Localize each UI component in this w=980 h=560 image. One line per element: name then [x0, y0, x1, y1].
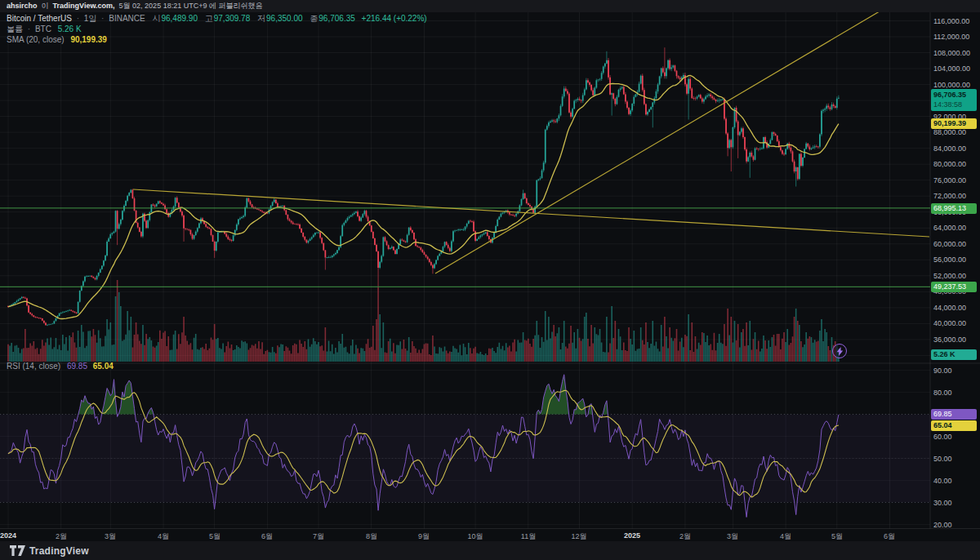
- price-axis-label: 76,000.00: [933, 176, 966, 184]
- price-axis-label: 44,000.00: [933, 304, 966, 312]
- time-axis-label[interactable]: 2024: [0, 531, 16, 540]
- price-axis-label: 72,000.00: [933, 192, 966, 200]
- publish-timestamp: 5월 02, 2025 18:21 UTC+9 에 퍼블리쉬했음: [119, 2, 263, 10]
- boost-lightning-icon[interactable]: [832, 344, 847, 358]
- volume-value: 5.26 K: [58, 24, 82, 33]
- price-axis-label: 116,000.00: [933, 17, 969, 25]
- price-axis-label: 104,000.00: [933, 64, 970, 73]
- tradingview-link[interactable]: TradingView.com,: [53, 2, 115, 10]
- rsi-legend[interactable]: RSI (14, close) 69.85 65.04: [7, 362, 114, 372]
- price-axis-label: 40,000.00: [933, 319, 966, 327]
- sma-price-badge[interactable]: 90,199.39: [931, 118, 977, 129]
- price-axis-label: 64,000.00: [933, 224, 966, 232]
- upper-level-badge[interactable]: 68,995.13: [931, 203, 977, 214]
- rsi-label: RSI (14, close): [7, 362, 60, 371]
- chart-canvas[interactable]: [0, 0, 980, 560]
- price-axis-label: 100,000.00: [933, 81, 970, 89]
- price-axis-label: 84,000.00: [933, 144, 966, 153]
- symbol-row[interactable]: Bitcoin / TetherUS · 1일 · BINANCE 시96,48…: [7, 14, 427, 23]
- tradingview-logo-icon[interactable]: [10, 545, 25, 556]
- price-axis-label: 56,000.00: [933, 256, 966, 264]
- volume-axis-badge[interactable]: 5.26 K: [931, 349, 977, 360]
- time-axis-label[interactable]: 2025: [624, 531, 640, 540]
- volume-label: 볼륨: [7, 24, 23, 33]
- price-axis-label: 80,000.00: [933, 160, 966, 168]
- rsi-value: 69.85: [67, 362, 87, 371]
- interval-label[interactable]: 1일: [84, 14, 97, 23]
- rsi-axis-label: 20.00: [933, 521, 952, 529]
- price-axis-label: 36,000.00: [933, 336, 966, 344]
- rsi-axis-label: 80.00: [933, 389, 952, 397]
- open-label: 시: [152, 14, 160, 23]
- time-axis[interactable]: 20242월3월4월5월6월7월8월9월10월11월12월20252월3월4월5…: [0, 529, 980, 541]
- close-label: 종: [310, 14, 318, 23]
- rsi-value-badge[interactable]: 69.85: [931, 409, 977, 420]
- tradingview-brand[interactable]: TradingView: [29, 545, 89, 557]
- price-axis-label: 108,000.00: [933, 49, 970, 57]
- last-price-value: 96,706.35: [933, 90, 974, 100]
- price-axis-label: 60,000.00: [933, 240, 966, 248]
- close-value: 96,706.35: [318, 14, 355, 23]
- tradingview-published-chart: { "header": { "user": "ahsircho", "parti…: [0, 0, 980, 560]
- exchange-label[interactable]: BINANCE: [109, 14, 145, 23]
- price-axis-label: 112,000.00: [933, 33, 969, 41]
- high-label: 고: [205, 14, 213, 23]
- volume-row[interactable]: 볼륨 · BTC 5.26 K: [7, 24, 427, 33]
- attribution-bar: ahsircho 이 TradingView.com, 5월 02, 2025 …: [0, 0, 980, 12]
- volume-symbol: BTC: [35, 24, 51, 33]
- sma-label: SMA (20, close): [7, 35, 65, 44]
- footer-bar: TradingView: [0, 541, 980, 560]
- lower-level-badge[interactable]: 49,237.53: [931, 282, 977, 292]
- change-value: +216.44 (+0.22%): [362, 14, 427, 23]
- rsi-axis-label: 60.00: [933, 433, 952, 441]
- rsi-ma-badge[interactable]: 65.04: [931, 420, 977, 431]
- bar-countdown: 14:38:58: [933, 100, 974, 109]
- main-legend: Bitcoin / TetherUS · 1일 · BINANCE 시96,48…: [7, 14, 427, 46]
- rsi-axis-label: 40.00: [933, 477, 952, 485]
- lightning-bolt-glyph: [836, 347, 844, 356]
- sma-row[interactable]: SMA (20, close) 90,199.39: [7, 35, 427, 44]
- low-value: 96,350.00: [266, 14, 303, 23]
- rsi-axis-label: 50.00: [933, 455, 952, 463]
- last-price-badge[interactable]: 96,706.35 14:38:58: [931, 89, 977, 111]
- sma-value: 90,199.39: [70, 35, 107, 44]
- price-axis-label: 52,000.00: [933, 272, 966, 280]
- attribution-particle: 이: [42, 2, 49, 10]
- high-value: 97,309.78: [214, 14, 251, 23]
- rsi-axis-label: 30.00: [933, 499, 952, 507]
- author-name[interactable]: ahsircho: [7, 2, 38, 10]
- rsi-ma-value: 65.04: [93, 362, 114, 371]
- symbol-title[interactable]: Bitcoin / TetherUS: [7, 14, 72, 23]
- low-label: 저: [257, 14, 265, 23]
- rsi-axis-label: 90.00: [933, 367, 952, 375]
- price-axis-label: 88,000.00: [933, 128, 966, 136]
- open-value: 96,489.90: [161, 14, 198, 23]
